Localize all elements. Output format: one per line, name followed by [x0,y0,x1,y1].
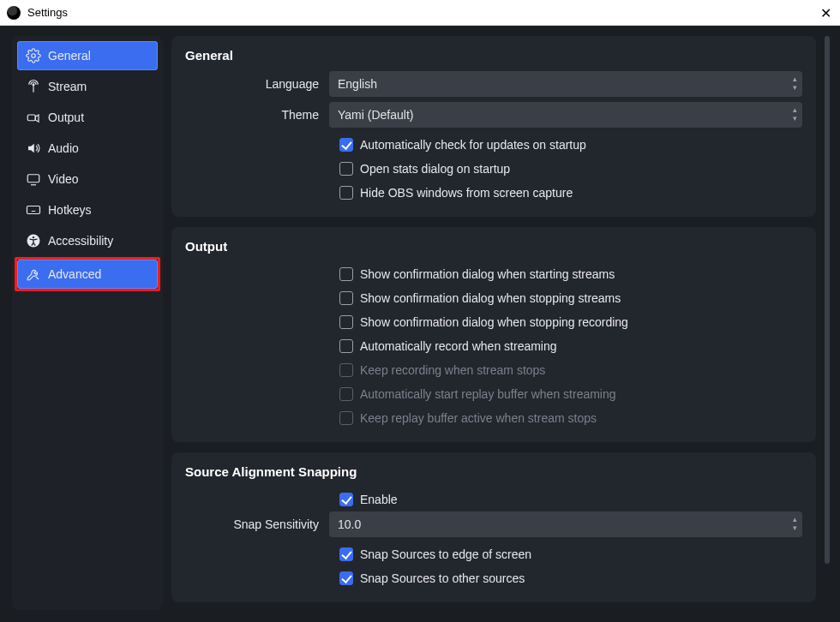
accessibility-icon [26,233,41,248]
theme-select[interactable]: Yami (Default) ▴▾ [329,102,802,128]
checkbox-icon [339,291,353,305]
checkbox-snap-other[interactable]: Snap Sources to other sources [185,566,802,590]
checkbox-label: Enable [360,493,398,506]
sidebar-item-stream[interactable]: Stream [17,72,158,101]
snap-sensitivity-label: Snap Sensitivity [185,517,329,531]
checkbox-icon [339,363,353,377]
updown-icon: ▴▾ [793,515,797,532]
sidebar-item-audio[interactable]: Audio [17,134,158,163]
tools-icon [26,266,41,282]
titlebar: Settings ✕ [0,0,840,26]
monitor-icon [26,171,41,187]
checkbox-snap-edge[interactable]: Snap Sources to edge of screen [185,542,802,566]
sidebar-highlight: Advanced [15,257,160,291]
checkbox-icon [339,547,353,561]
checkbox-icon [339,315,353,329]
svg-rect-2 [27,115,35,121]
checkbox-label: Snap Sources to other sources [360,571,525,585]
gear-icon [26,48,41,63]
svg-point-0 [32,54,36,58]
panel-output: Output Show confirmation dialog when sta… [171,227,816,442]
select-value: English [338,77,377,91]
checkbox-start-stream-confirm[interactable]: Show confirmation dialog when starting s… [185,262,802,286]
theme-label: Theme [185,108,329,122]
snap-sensitivity-input[interactable]: 10.0 ▴▾ [329,511,802,537]
app-body: General Stream Output Audio [0,26,840,622]
checkbox-label: Open stats dialog on startup [360,162,510,176]
language-select[interactable]: English ▴▾ [329,71,802,97]
keyboard-icon [26,202,41,218]
checkbox-label: Hide OBS windows from screen capture [360,186,573,200]
panel-general: General Language English ▴▾ Theme [171,36,816,217]
content-scroll: General Language English ▴▾ Theme [171,36,825,610]
checkbox-keep-recording: Keep recording when stream stops [185,358,802,382]
content-area: General Language English ▴▾ Theme [171,36,830,610]
checkbox-label: Snap Sources to edge of screen [360,547,531,561]
svg-point-1 [33,84,34,86]
sidebar-item-advanced[interactable]: Advanced [17,260,158,289]
sidebar-item-accessibility[interactable]: Accessibility [17,226,158,255]
sidebar-item-label: Output [48,111,84,124]
panel-heading: Source Alignment Snapping [185,464,802,479]
checkbox-icon [339,138,353,152]
panel-heading: General [185,48,802,63]
checkbox-stop-recording-confirm[interactable]: Show confirmation dialog when stopping r… [185,310,802,334]
checkbox-icon [339,571,353,585]
sidebar-item-video[interactable]: Video [17,164,158,194]
checkbox-label: Show confirmation dialog when starting s… [360,267,615,281]
input-value: 10.0 [338,517,361,531]
settings-window: Settings ✕ General Stream Output [0,0,840,622]
checkbox-label: Keep replay buffer active when stream st… [360,411,597,425]
sidebar-item-label: Accessibility [48,234,113,248]
camcorder-icon [26,110,41,125]
checkbox-icon [339,493,353,506]
checkbox-keep-replay-buffer: Keep replay buffer active when stream st… [185,406,802,430]
checkbox-label: Automatically start replay buffer when s… [360,387,616,401]
sidebar-item-general[interactable]: General [17,41,158,70]
checkbox-auto-record[interactable]: Automatically record when streaming [185,334,802,358]
updown-icon: ▴▾ [793,75,797,92]
scrollbar-thumb[interactable] [825,36,830,564]
scrollbar[interactable] [825,36,830,610]
checkbox-label: Show confirmation dialog when stopping s… [360,291,621,305]
checkbox-icon [339,267,353,281]
select-value: Yami (Default) [338,108,413,122]
sidebar: General Stream Output Audio [12,36,163,610]
checkbox-hide-obs[interactable]: Hide OBS windows from screen capture [185,181,802,205]
svg-rect-3 [27,175,39,182]
checkbox-label: Automatically record when streaming [360,339,557,353]
antenna-icon [26,79,41,94]
checkbox-auto-update[interactable]: Automatically check for updates on start… [185,133,802,157]
checkbox-icon [339,339,353,353]
language-label: Language [185,77,329,91]
checkbox-label: Automatically check for updates on start… [360,138,586,152]
window-title: Settings [27,6,68,19]
sidebar-item-label: Video [48,172,79,186]
sidebar-item-label: Stream [48,80,87,93]
sidebar-item-hotkeys[interactable]: Hotkeys [17,195,158,224]
checkbox-label: Show confirmation dialog when stopping r… [360,315,628,329]
sidebar-item-label: Hotkeys [48,203,92,217]
checkbox-label: Keep recording when stream stops [360,363,545,377]
panel-heading: Output [185,239,802,254]
close-icon[interactable]: ✕ [820,5,831,21]
checkbox-icon [339,411,353,425]
checkbox-icon [339,162,353,176]
checkbox-stop-stream-confirm[interactable]: Show confirmation dialog when stopping s… [185,286,802,310]
checkbox-open-stats[interactable]: Open stats dialog on startup [185,157,802,181]
panel-snapping: Source Alignment Snapping Enable Snap Se… [171,452,816,602]
checkbox-snap-enable[interactable]: Enable [185,487,802,511]
checkbox-auto-replay-buffer: Automatically start replay buffer when s… [185,382,802,406]
sidebar-item-label: General [48,49,91,63]
app-icon [7,6,21,20]
checkbox-icon [339,186,353,200]
sidebar-item-label: Advanced [48,267,101,281]
checkbox-icon [339,387,353,401]
updown-icon: ▴▾ [793,105,797,123]
svg-point-6 [33,236,34,238]
sidebar-item-output[interactable]: Output [17,103,158,132]
speaker-icon [26,141,41,156]
sidebar-item-label: Audio [48,141,79,155]
svg-rect-4 [27,206,40,214]
